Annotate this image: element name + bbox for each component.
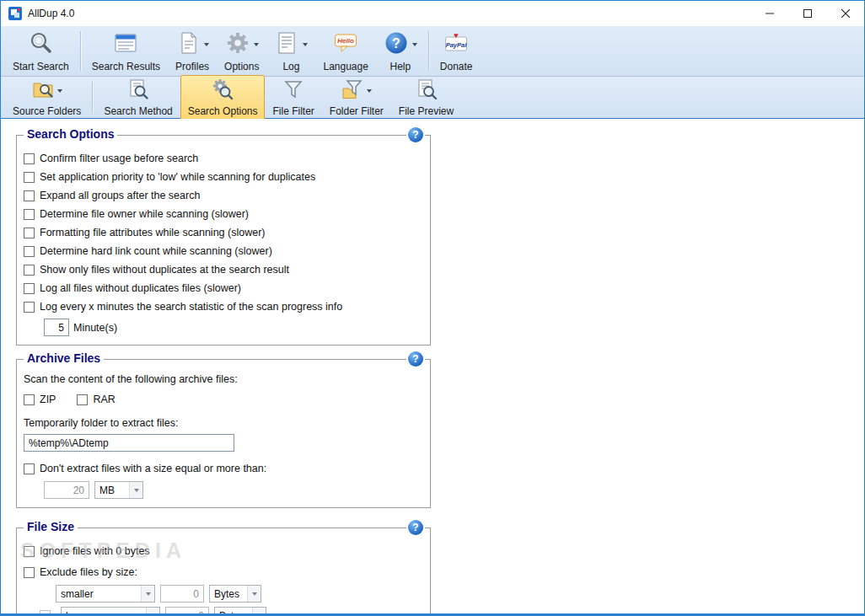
rar-label: RAR <box>93 394 115 405</box>
file-filter-button[interactable]: File Filter <box>265 75 321 121</box>
svg-text:♥: ♥ <box>454 30 459 39</box>
archive-files-group: Archive Files ? Scan the content of the … <box>16 359 431 508</box>
log-document-icon <box>274 30 299 59</box>
help-button[interactable]: ? Help <box>376 27 425 76</box>
combo-value: larger <box>62 610 146 614</box>
checkbox-label: Confirm filter usage before search <box>40 153 198 164</box>
checkbox-label: Log every x minutes the search statistic… <box>40 301 342 313</box>
checkbox-row: Expand all groups after the search <box>24 186 422 205</box>
size-unit-combo-1[interactable]: Bytes <box>209 585 261 603</box>
profiles-label: Profiles <box>175 61 209 72</box>
temp-folder-input[interactable]: %temp%\ADtemp <box>24 434 234 452</box>
zip-label: ZIP <box>40 394 56 405</box>
sub-toolbar: Source Folders Search Method <box>1 77 864 119</box>
start-search-button[interactable]: Start Search <box>5 27 77 76</box>
size-comparator-combo-1[interactable]: smaller <box>56 585 155 603</box>
source-folders-button[interactable]: Source Folders <box>5 75 89 121</box>
group-title: Search Options <box>24 127 117 141</box>
minimize-button[interactable] <box>750 1 788 26</box>
checkbox[interactable] <box>24 265 35 276</box>
checkbox-label: Log all files without duplicates files (… <box>40 282 241 294</box>
file-preview-button[interactable]: File Preview <box>391 75 461 121</box>
maximize-button[interactable] <box>788 1 826 26</box>
checkbox[interactable] <box>24 209 35 220</box>
chevron-down-icon <box>412 43 417 46</box>
dont-extract-checkbox[interactable] <box>24 463 35 474</box>
donate-label: Donate <box>440 61 473 72</box>
chevron-down-icon <box>252 608 266 613</box>
close-button[interactable] <box>826 1 864 26</box>
donate-button[interactable]: ♥ PayPal Donate <box>432 27 481 76</box>
profiles-button[interactable]: Profiles <box>168 27 217 76</box>
folder-filter-label: Folder Filter <box>330 105 384 117</box>
window-controls <box>750 1 864 26</box>
minutes-input[interactable]: 5 <box>44 319 69 336</box>
options-button[interactable]: Options <box>217 27 266 76</box>
log-label: Log <box>282 61 299 72</box>
app-window: AllDup 4.0 Start Search <box>0 0 865 616</box>
file-preview-label: File Preview <box>399 105 454 117</box>
checkbox[interactable] <box>24 246 35 257</box>
size-unit-combo-2[interactable]: Bytes <box>214 607 266 613</box>
options-label: Options <box>224 61 259 72</box>
page-search-icon <box>127 78 149 104</box>
checkbox-row: Log every x minutes the search statistic… <box>24 297 422 316</box>
checkbox[interactable] <box>24 228 35 238</box>
search-options-group: Search Options ? Confirm filter usage be… <box>16 135 431 345</box>
checkbox-row: Formatting file attributes while scannin… <box>24 223 422 242</box>
ignore-zero-bytes-label: Ignore files with 0 bytes <box>40 545 150 557</box>
language-label: Language <box>323 61 368 72</box>
checkbox-row: Determine file owner while scanning (slo… <box>24 205 422 223</box>
group-title: File Size <box>24 520 78 533</box>
size-value-input-2[interactable]: 0 <box>165 607 209 613</box>
chevron-down-icon <box>367 89 372 93</box>
rar-checkbox[interactable] <box>77 394 88 405</box>
search-options-button[interactable]: Search Options <box>180 75 266 121</box>
source-folders-label: Source Folders <box>13 105 81 117</box>
folder-filter-button[interactable]: Folder Filter <box>322 75 391 121</box>
zip-checkbox-row: ZIP <box>24 390 56 409</box>
dont-extract-row: Don't extract files with a size equal or… <box>24 459 422 478</box>
titlebar: AllDup 4.0 <box>1 1 864 26</box>
search-method-label: Search Method <box>104 105 172 117</box>
checkbox-label: Formatting file attributes while scannin… <box>40 227 265 238</box>
dont-extract-label: Don't extract files with a size equal or… <box>40 463 266 474</box>
language-button[interactable]: Hello Language <box>315 27 375 76</box>
chevron-down-icon <box>204 43 209 46</box>
combo-value: Bytes <box>215 610 252 614</box>
folder-search-icon <box>32 78 54 104</box>
help-icon[interactable]: ? <box>408 351 423 367</box>
chevron-down-icon <box>146 608 159 613</box>
second-condition-checkbox[interactable] <box>40 610 51 613</box>
exclude-by-size-checkbox[interactable] <box>24 567 35 578</box>
page-preview-icon <box>416 78 438 104</box>
search-results-button[interactable]: Search Results <box>84 27 168 76</box>
toolbar-separator <box>80 31 81 71</box>
help-icon[interactable]: ? <box>408 127 423 142</box>
archive-size-unit-combo[interactable]: MB <box>94 481 143 499</box>
checkbox[interactable] <box>24 153 35 164</box>
checkbox[interactable] <box>24 302 35 313</box>
checkbox-row: Show only files without duplicates at th… <box>24 260 422 279</box>
checkbox[interactable] <box>24 172 35 183</box>
main-toolbar: Start Search Search Results <box>1 26 864 77</box>
size-comparator-combo-2[interactable]: larger <box>61 607 160 613</box>
search-method-button[interactable]: Search Method <box>96 75 180 121</box>
file-filter-label: File Filter <box>272 105 314 117</box>
checkbox-label: Expand all groups after the search <box>40 190 200 201</box>
checkbox[interactable] <box>24 283 35 294</box>
ignore-zero-bytes-checkbox[interactable] <box>24 546 35 557</box>
size-value-input-1[interactable]: 0 <box>160 585 204 603</box>
checkbox[interactable] <box>24 190 35 201</box>
svg-text:?: ? <box>392 35 400 50</box>
main-content: Search Options ? Confirm filter usage be… <box>1 119 864 613</box>
zip-checkbox[interactable] <box>24 394 35 405</box>
funnel-icon <box>282 78 304 104</box>
archive-size-input[interactable]: 20 <box>44 481 89 499</box>
log-button[interactable]: Log <box>266 27 315 76</box>
svg-text:PayPal: PayPal <box>446 40 468 48</box>
chevron-down-icon <box>57 89 62 93</box>
scan-content-label: Scan the content of the following archiv… <box>24 373 422 390</box>
help-label: Help <box>390 61 411 72</box>
help-icon[interactable]: ? <box>408 520 423 535</box>
